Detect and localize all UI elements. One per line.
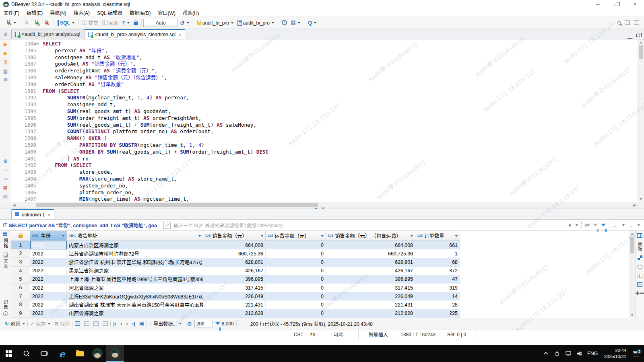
connection-lock-button[interactable] xyxy=(132,20,139,26)
column-filter-caret[interactable] xyxy=(62,235,65,237)
file-explorer-button[interactable] xyxy=(71,345,89,362)
scroll-up-arrow[interactable]: ▲ xyxy=(629,231,635,237)
grid-cell[interactable]: 2022 xyxy=(30,300,67,309)
segment-size-control[interactable]: 8,000 xyxy=(214,320,235,327)
layout-button[interactable] xyxy=(632,20,641,26)
column-filter-caret[interactable] xyxy=(260,235,264,237)
grid-cell[interactable]: 2022 xyxy=(30,309,67,318)
panel-icon[interactable] xyxy=(637,233,642,238)
grid-cell[interactable]: 319 xyxy=(415,284,460,292)
copy-row-button[interactable] xyxy=(83,321,91,327)
back-arrow-icon[interactable]: ← xyxy=(613,222,618,228)
grid-cell[interactable]: 1 xyxy=(415,249,460,258)
action-center-button[interactable]: 3 xyxy=(628,351,644,356)
export-data-button[interactable]: ↑ 导出数据... xyxy=(148,319,183,328)
grid-cell[interactable]: 628,801 xyxy=(326,258,415,266)
row-number-cell[interactable]: 5 xyxy=(11,275,30,284)
grid-cell[interactable]: 221,431 xyxy=(326,300,415,309)
expand-filter-icon[interactable]: ⤢ xyxy=(163,222,171,229)
network-tray-button[interactable] xyxy=(563,351,574,356)
row-header-cell[interactable] xyxy=(11,231,30,241)
refresh-button[interactable]: ↻ 刷新 xyxy=(3,319,27,328)
grid-cell[interactable]: 426,167 xyxy=(203,267,266,275)
task-view-button[interactable] xyxy=(35,345,53,362)
side-tab-grid[interactable]: 网格 xyxy=(2,232,9,249)
side-tab-text[interactable]: 文本 xyxy=(2,253,9,269)
grid-cell[interactable]: 225 xyxy=(415,309,460,318)
fetch-size-input[interactable] xyxy=(194,320,213,327)
grid-cell[interactable]: 317,415 xyxy=(203,284,266,292)
scroll-up-arrow[interactable]: ▲ xyxy=(638,39,644,45)
disconnect-button[interactable]: × xyxy=(42,19,52,27)
grid-cell[interactable]: 212,628 xyxy=(326,309,415,318)
row-number-cell[interactable]: 1 xyxy=(11,241,30,249)
tab-analysis-cleartime-sql[interactable]: <audit_bi_pro> analysis_cleartime.sql × xyxy=(84,29,185,39)
grid-cell[interactable]: 226,049 xyxy=(203,292,266,300)
row-number-cell[interactable]: 9 xyxy=(11,309,30,318)
column-header-2[interactable]: ABC收货地址 xyxy=(67,231,203,241)
scroll-right-arrow[interactable]: ▶ xyxy=(632,202,638,208)
column-header-3[interactable]: 123销售金额（元） xyxy=(203,231,266,241)
row-number-cell[interactable]: 6 xyxy=(11,284,30,292)
forward-caret[interactable] xyxy=(638,224,640,226)
grid-cell[interactable]: 664,008 xyxy=(326,241,415,249)
tx-mode-combo[interactable]: Auto xyxy=(143,19,178,27)
menu-item-窗口(W)[interactable]: 窗口(W) xyxy=(155,9,179,16)
scroll-thumb[interactable] xyxy=(36,203,318,207)
scroll-thumb[interactable] xyxy=(630,237,634,253)
editor-vertical-scrollbar[interactable]: ▲ ▼ xyxy=(638,39,644,202)
grid-cell[interactable]: 221,431 xyxy=(203,300,266,309)
language-indicator[interactable]: ENG xyxy=(585,351,600,356)
maximize-view-icon[interactable] xyxy=(636,34,640,37)
dashboard-button[interactable] xyxy=(280,19,289,26)
file-info-icon[interactable]: ▤ xyxy=(2,193,9,200)
execute-statement-button[interactable] xyxy=(2,41,9,48)
new-connection-button[interactable]: + xyxy=(4,19,18,27)
row-number-cell[interactable]: 7 xyxy=(11,292,30,300)
column-filter-caret[interactable] xyxy=(321,235,324,237)
grid-cell[interactable]: 0 xyxy=(266,258,326,266)
grid-cell[interactable]: 山西省海澜之家 xyxy=(67,309,203,318)
grid-cell[interactable]: 226,049 xyxy=(326,292,415,300)
open-perspective-button[interactable] xyxy=(623,20,632,26)
menu-item-搜索(A)[interactable]: 搜索(A) xyxy=(70,9,93,16)
grid-cell[interactable]: 47 xyxy=(415,275,460,284)
database-selector[interactable]: audit_bi_pro xyxy=(195,19,235,27)
results-tab-unknown1[interactable]: unknown 1 × xyxy=(11,209,54,219)
tx-history-button[interactable]: ↺ xyxy=(178,19,191,27)
grid-cell[interactable]: 0 xyxy=(266,241,326,249)
reconnect-button[interactable]: ↻ xyxy=(32,19,41,27)
grid-cell[interactable]: 上海E33xPklFK2bKoarGQgwJxXty8lhxN0bS08Wd83… xyxy=(67,292,203,300)
menu-item-帮助(H)[interactable]: 帮助(H) xyxy=(179,9,203,16)
overflow-dots[interactable]: ··· xyxy=(239,321,244,327)
grid-cell[interactable]: 14 xyxy=(415,292,460,300)
menu-item-数据库(D)[interactable]: 数据库(D) xyxy=(126,9,155,16)
scroll-thumb[interactable] xyxy=(639,45,643,59)
grid-cell[interactable]: 372 xyxy=(415,267,460,275)
filter-active-icon[interactable] xyxy=(601,224,606,226)
output-console-icon[interactable]: ✉ xyxy=(2,77,9,83)
tray-expand-button[interactable] xyxy=(540,352,551,355)
back-caret[interactable] xyxy=(622,224,625,226)
grid-cell[interactable]: 0 xyxy=(266,309,326,318)
button-panel-icon[interactable]: ⋮ xyxy=(638,265,642,269)
grid-cell[interactable]: 0 xyxy=(266,249,326,258)
column-header-6[interactable]: 123订单数量 xyxy=(415,231,460,241)
column-header-5[interactable]: 123销售金额（元） （包含运费） xyxy=(326,231,415,241)
editor-results-splitter[interactable] xyxy=(0,208,644,209)
close-results-tab-icon[interactable]: × xyxy=(48,212,50,217)
editor-list-icon[interactable]: ▥ xyxy=(0,29,11,39)
menu-item-编辑(E)[interactable]: 编辑(E) xyxy=(23,9,46,16)
export-log-icon[interactable]: ↪ xyxy=(2,176,9,182)
grid-cell[interactable]: 426,167 xyxy=(326,267,415,275)
row-number-cell[interactable]: 2 xyxy=(11,249,30,258)
grid-cell[interactable]: 0 xyxy=(266,267,326,275)
sql-editor-button[interactable]: SQL xyxy=(56,19,76,27)
fold-gutter[interactable]: ⊖ xyxy=(36,39,43,202)
fetch-all-button[interactable]: ▣ xyxy=(138,320,146,327)
apply-filter-icon[interactable] xyxy=(569,223,572,227)
filter-input[interactable]: 输入一个 SQL 表达式来过滤结果 (使用 Ctrl+Space) xyxy=(173,222,565,228)
cancel-button[interactable]: ⊠ 取消 xyxy=(53,319,71,328)
row-number-cell[interactable]: 3 xyxy=(11,258,30,266)
grid-cell[interactable]: 2022 xyxy=(30,284,67,292)
